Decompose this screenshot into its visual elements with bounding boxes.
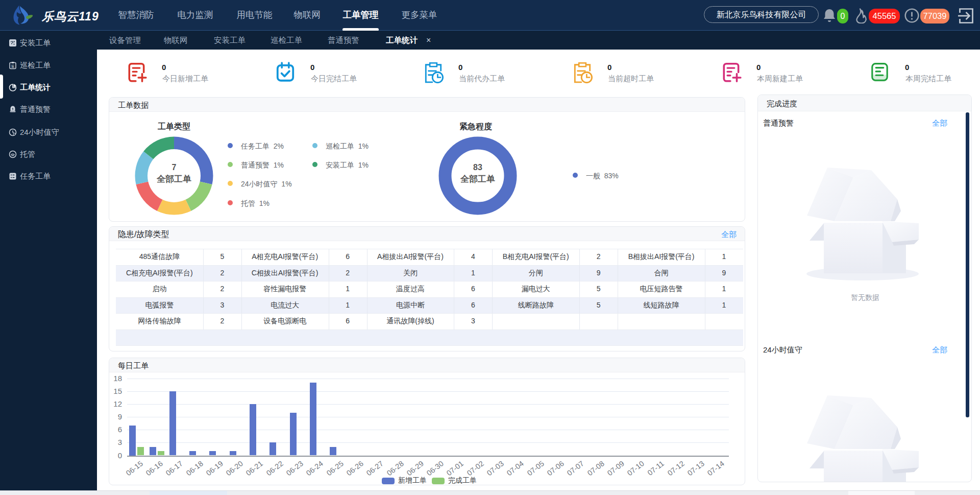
svg-text:返: 返 <box>11 64 15 68</box>
